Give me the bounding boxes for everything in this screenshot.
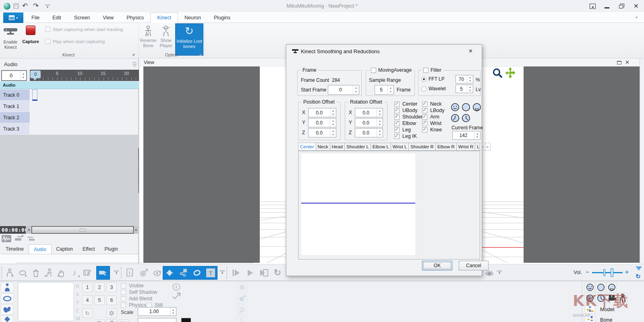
add-blend-checkbox[interactable]: Add Blend <box>121 296 152 301</box>
self-shadow-checkbox[interactable]: Self Shadow <box>121 289 157 295</box>
tab-plugin[interactable]: Plugin <box>99 244 122 254</box>
wrist-checkbox[interactable]: Wrist <box>422 120 441 126</box>
bone-slot-2-button[interactable]: 2 <box>94 283 105 292</box>
clock-left-face-button[interactable] <box>451 114 460 123</box>
clock-left-face-button[interactable] <box>585 293 595 303</box>
filter-checkbox[interactable] <box>423 68 429 73</box>
bone-slot-5-button[interactable]: 5 <box>94 295 105 305</box>
show-player-button[interactable]: Show Player <box>157 24 174 56</box>
kinect-capture-button[interactable] <box>96 266 110 280</box>
bone-tab-wrist-l[interactable]: Wrist L <box>391 143 409 151</box>
move-cross-icon[interactable] <box>504 67 516 79</box>
accessory-ring-button[interactable] <box>1 293 14 303</box>
volume-plus-icon[interactable]: + <box>625 268 629 275</box>
gear-button[interactable] <box>106 308 117 318</box>
loop-button[interactable]: ↻ <box>271 266 284 279</box>
scroll-right-icon[interactable]: ▸ <box>134 226 139 234</box>
spinner-arrows-icon[interactable]: ▲▼ <box>377 118 383 127</box>
bone-tab-shoulder-r[interactable]: Shoulder R <box>409 143 436 151</box>
pin-icon[interactable] <box>133 62 136 65</box>
collapse-ribbon-icon[interactable]: ▴ <box>636 15 638 19</box>
viewport-block-left[interactable] <box>143 66 260 263</box>
ok-button[interactable]: OK <box>422 261 452 270</box>
add-wave-icon[interactable]: + <box>14 235 24 242</box>
text-caption-button[interactable]: T <box>205 266 217 279</box>
enable-kinect-button[interactable]: Enable Kinect <box>1 24 20 56</box>
add-accessory-button[interactable]: + <box>17 266 29 279</box>
tab-timeline[interactable]: Timeline <box>1 244 29 254</box>
volume-minus-icon[interactable]: − <box>586 269 589 275</box>
clock-right-face-button[interactable] <box>596 293 606 303</box>
camera-target-button[interactable] <box>237 293 247 303</box>
dialog-title-bar[interactable]: Kinect Smoothing and Reductions ✕ <box>286 45 482 58</box>
scale-spinner[interactable]: 1.00 ▲▼ <box>138 307 176 316</box>
start-capturing-checkbox[interactable]: Start capturing when start tracking <box>45 27 123 32</box>
arm-checkbox[interactable]: Arm <box>422 114 439 120</box>
visible-checkbox[interactable]: Visible <box>121 283 144 289</box>
capture-button[interactable]: Capture <box>21 24 40 56</box>
copy-button[interactable] <box>94 320 105 322</box>
spinner-arrows-icon[interactable]: ▲▼ <box>387 85 393 94</box>
shoulder-checkbox[interactable]: Shoulder <box>394 114 422 120</box>
frame-spinner[interactable]: 0 ▲▼ <box>1 70 27 81</box>
spinner-arrows-icon[interactable]: ▲▼ <box>170 307 176 316</box>
fft-value-spinner[interactable]: 70 ▲▼ <box>456 75 473 83</box>
model-list[interactable] <box>18 282 74 321</box>
edge-spinner[interactable] <box>138 318 176 322</box>
viewport-block-right[interactable] <box>524 66 640 263</box>
pane-close-icon[interactable]: ✕ <box>625 59 630 65</box>
add-audio-button[interactable]: ♪+ <box>68 266 81 279</box>
bone-tab-neck[interactable]: Neck <box>316 143 330 151</box>
spinner-arrows-icon[interactable]: ▲▼ <box>330 108 336 117</box>
elbow-checkbox[interactable]: Elbow <box>394 120 416 126</box>
pose-hands-button[interactable] <box>1 304 14 315</box>
group-more-icon[interactable]: ▾ <box>114 271 119 275</box>
check-flag-button[interactable] <box>172 292 181 300</box>
caption-smiley-button[interactable] <box>237 305 247 315</box>
play-when-capturing-checkbox[interactable]: Play when start capturing <box>45 39 105 44</box>
dialog-close-icon[interactable]: ✕ <box>468 48 473 54</box>
initialize-lost-bones-button[interactable]: ↻ Initialize Lost bones <box>175 23 203 56</box>
spinner-arrows-icon[interactable]: ▲▼ <box>467 75 473 83</box>
sync-icon[interactable]: ↻ <box>636 273 641 280</box>
play-step-button[interactable] <box>230 266 242 279</box>
circle-face-button[interactable] <box>462 103 470 112</box>
toolbar-drag-handle[interactable] <box>226 267 228 278</box>
scroll-left-icon[interactable]: ◂ <box>26 226 31 234</box>
waveform-icon[interactable] <box>2 235 11 242</box>
tab-caption[interactable]: Caption <box>52 244 78 254</box>
bone-tab-elbow-r[interactable]: Elbow R <box>436 143 457 151</box>
bone-tab-partial[interactable]: L <box>475 143 480 151</box>
group-more-icon[interactable]: ▾ <box>220 271 225 275</box>
spinner-arrows-icon[interactable]: ▲▼ <box>467 85 473 93</box>
tab-scroll-right-icon[interactable]: ▸ <box>485 143 491 151</box>
tab-edit[interactable]: Edit <box>46 12 68 23</box>
toolbar-drag-handle[interactable] <box>1 267 3 278</box>
ubody-checkbox[interactable]: UBody <box>394 108 418 113</box>
moving-average-checkbox[interactable] <box>371 68 376 73</box>
rot-x-spinner[interactable]: 0.0▲▼ <box>355 108 383 117</box>
wavelet-value-spinner[interactable]: 5 ▲▼ <box>456 85 473 93</box>
volume-slider-handle[interactable] <box>603 269 605 276</box>
keyframe-diamond-button[interactable] <box>164 266 176 279</box>
cancel-button[interactable]: Cancel <box>459 261 489 270</box>
delete-button[interactable] <box>30 266 42 279</box>
edit-media-button[interactable] <box>81 266 93 279</box>
wavelet-radio[interactable]: Wavelet <box>421 86 446 91</box>
camera-target-button[interactable] <box>138 266 150 279</box>
clock-right-face-button[interactable] <box>462 114 470 123</box>
bone-slot-4-button[interactable]: 4 <box>82 295 93 305</box>
eye-more-icon[interactable]: ▾ <box>497 271 502 275</box>
pos-z-spinner[interactable]: 0.0▲▼ <box>308 128 336 137</box>
knee-checkbox[interactable]: Knee <box>422 127 442 133</box>
circle-face-button[interactable] <box>596 282 606 292</box>
spinner-arrows-icon[interactable]: ▲▼ <box>474 131 480 139</box>
leg-checkbox[interactable]: Leg <box>394 127 411 133</box>
track-row-label[interactable]: Track 2 <box>0 112 30 123</box>
add-model-button[interactable]: + <box>4 266 16 279</box>
spinner-arrows-icon[interactable]: ▲▼ <box>330 118 336 127</box>
spinner-arrows-icon[interactable]: ▲▼ <box>377 129 383 137</box>
tab-file[interactable]: File <box>25 12 46 23</box>
model-person-button[interactable] <box>1 282 14 293</box>
open-mouth-face-button[interactable] <box>607 282 617 292</box>
